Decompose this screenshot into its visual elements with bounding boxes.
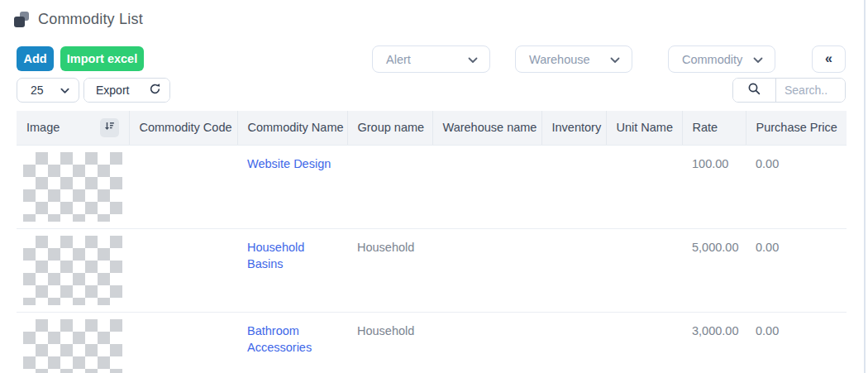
table-header-row: Image xyxy=(17,111,847,145)
column-header-rate: Rate xyxy=(682,111,746,145)
column-header-commodity-code: Commodity Code xyxy=(129,111,237,145)
group-name-cell xyxy=(347,145,432,228)
warehouse-name-cell xyxy=(432,228,541,312)
chevron-down-icon xyxy=(468,53,478,66)
refresh-button[interactable] xyxy=(141,79,169,102)
add-button[interactable]: Add xyxy=(17,46,54,71)
commodity-table: Image xyxy=(17,111,847,373)
commodity-code-cell xyxy=(129,145,237,228)
warehouse-name-cell xyxy=(432,145,541,228)
search-input[interactable] xyxy=(776,79,845,102)
commodity-filter-label: Commodity xyxy=(682,53,742,66)
commodity-image-placeholder xyxy=(23,236,122,305)
purchase-price-cell: 0.00 xyxy=(746,145,847,228)
commodity-image-placeholder xyxy=(23,319,122,373)
warehouse-filter-select[interactable]: Warehouse xyxy=(515,45,632,73)
collapse-filters-button[interactable]: « xyxy=(812,45,846,73)
commodity-code-cell xyxy=(129,228,237,312)
alert-filter-label: Alert xyxy=(386,53,411,66)
chevron-down-icon xyxy=(610,53,620,66)
inventory-cell xyxy=(541,228,606,312)
table-row: Website Design 100.00 0.00 xyxy=(17,145,847,228)
table-row: Household Basins Household 5,000.00 0.00 xyxy=(17,228,847,312)
search-icon xyxy=(747,82,761,98)
rate-cell: 3,000.00 xyxy=(682,312,746,373)
chevron-down-icon xyxy=(60,84,69,97)
warehouse-name-cell xyxy=(432,312,541,373)
column-header-purchase-price: Purchase Price xyxy=(746,111,847,145)
inventory-cell xyxy=(541,145,606,228)
commodity-code-cell xyxy=(129,312,237,373)
rate-cell: 100.00 xyxy=(682,145,746,228)
panel-right-border xyxy=(864,0,866,373)
chevron-down-icon xyxy=(753,53,763,66)
refresh-icon xyxy=(149,83,161,98)
commodity-name-link[interactable]: Website Design xyxy=(247,157,331,170)
inventory-cell xyxy=(541,312,606,373)
page-title: Commodity List xyxy=(38,11,143,28)
import-excel-button[interactable]: Import excel xyxy=(60,46,144,71)
column-header-warehouse-name: Warehouse name xyxy=(432,111,541,145)
unit-name-cell xyxy=(606,228,682,312)
column-header-commodity-name: Commodity Name xyxy=(237,111,347,145)
page-size-value: 25 xyxy=(31,84,44,97)
column-header-unit-name: Unit Name xyxy=(606,111,682,145)
commodity-name-link[interactable]: Bathroom Accessories xyxy=(247,324,312,354)
copy-icon xyxy=(14,12,31,28)
column-header-inventory: Inventory xyxy=(541,111,606,145)
unit-name-cell xyxy=(606,145,682,228)
alert-filter-select[interactable]: Alert xyxy=(372,45,490,73)
sort-amount-icon xyxy=(104,121,115,134)
page-size-select[interactable]: 25 xyxy=(17,78,79,103)
search-button[interactable] xyxy=(733,79,776,102)
group-name-cell: Household xyxy=(347,312,432,373)
warehouse-filter-label: Warehouse xyxy=(529,53,590,66)
search-group xyxy=(732,78,846,103)
commodity-list-page: Commodity List Add Import excel Alert Wa… xyxy=(0,0,868,373)
purchase-price-cell: 0.00 xyxy=(746,228,847,312)
sort-button[interactable] xyxy=(100,118,119,137)
unit-name-cell xyxy=(606,312,682,373)
commodity-filter-select[interactable]: Commodity xyxy=(668,45,775,73)
group-name-cell: Household xyxy=(347,228,432,312)
table-row: Bathroom Accessories Household 3,000.00 … xyxy=(17,312,847,373)
commodity-image-placeholder xyxy=(23,152,122,222)
rate-cell: 5,000.00 xyxy=(682,228,746,312)
column-header-group-name: Group name xyxy=(347,111,432,145)
page-header: Commodity List xyxy=(14,11,143,28)
column-header-image: Image xyxy=(17,111,129,145)
export-button[interactable]: Export xyxy=(84,79,141,102)
commodity-name-link[interactable]: Household Basins xyxy=(247,241,304,270)
purchase-price-cell: 0.00 xyxy=(746,312,847,373)
export-group: Export xyxy=(83,78,170,103)
